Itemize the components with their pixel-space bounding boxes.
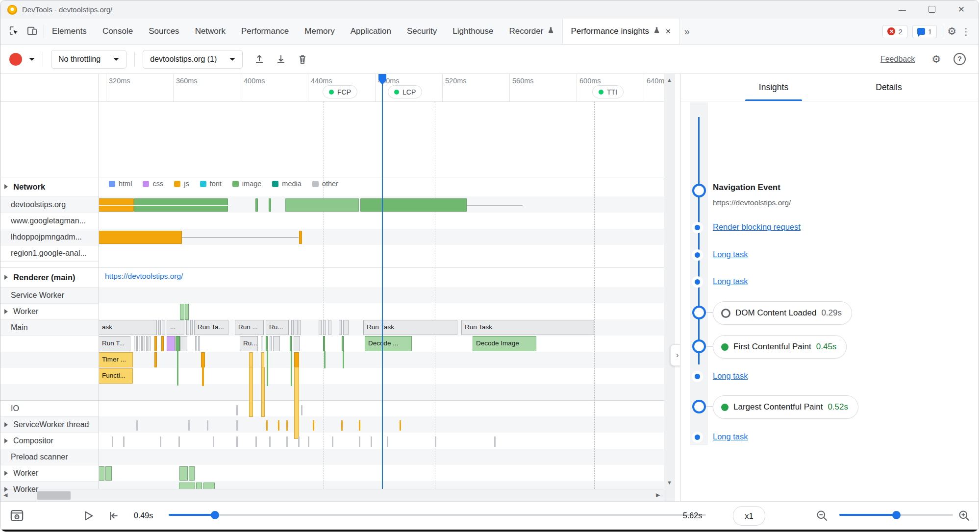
insight-link[interactable]: Render blocking request [713, 222, 801, 232]
sidebar-track-worker[interactable]: Worker [0, 303, 98, 319]
activity-mark[interactable] [313, 420, 314, 431]
task-bar[interactable]: Run Ta... [194, 320, 228, 335]
renderer-page-link[interactable]: https://devtoolstips.org/ [105, 272, 183, 281]
insight-link[interactable]: Long task [713, 432, 748, 441]
panel-settings-gear-icon[interactable]: ⚙ [931, 53, 941, 65]
task-bar[interactable] [146, 336, 148, 351]
activity-mark[interactable] [266, 420, 268, 431]
marker-badge-lcp[interactable]: LCP [388, 85, 422, 98]
insight-link[interactable]: Long task [713, 250, 748, 259]
task-bar[interactable] [144, 336, 145, 351]
task-bar[interactable]: Ru... [266, 320, 289, 335]
activity-mark[interactable] [207, 420, 208, 431]
task-bar[interactable] [190, 320, 193, 335]
metric-pill[interactable]: Largest Contentful Paint0.52s [713, 395, 858, 419]
sidebar-track-compositor[interactable]: Compositor [0, 433, 98, 449]
task-bar[interactable] [158, 320, 161, 335]
tab-network[interactable]: Network [187, 19, 233, 44]
task-bar[interactable]: Run Task [461, 320, 594, 335]
tab-security[interactable]: Security [399, 19, 445, 44]
task-bar[interactable] [343, 320, 349, 335]
task-bar[interactable] [134, 336, 135, 351]
task-bar[interactable] [323, 336, 325, 351]
console-messages-badge[interactable]: 1 [912, 25, 937, 38]
task-bar[interactable]: Decode Image [473, 336, 536, 351]
metric-pill[interactable]: First Contentful Paint0.45s [713, 335, 847, 359]
inspect-element-icon[interactable] [8, 25, 20, 38]
task-bar[interactable]: Decode ... [365, 336, 412, 351]
main-menu-icon[interactable]: ⋮ [961, 26, 971, 37]
network-request-bar[interactable] [299, 231, 302, 244]
task-bar[interactable] [291, 320, 294, 335]
task-bar[interactable] [198, 336, 200, 351]
activity-mark[interactable] [359, 436, 360, 447]
tab-console[interactable]: Console [95, 19, 141, 44]
network-request-bar[interactable] [255, 198, 258, 212]
marker-badge-fcp[interactable]: FCP [323, 85, 357, 98]
activity-mark[interactable] [136, 420, 138, 431]
task-bar[interactable] [273, 336, 280, 351]
task-bar[interactable] [167, 336, 175, 351]
task-bar[interactable] [261, 352, 264, 367]
worker-activity-block[interactable] [180, 304, 184, 320]
sidebar-track-region1-google-anal-[interactable]: region1.google-anal... [0, 245, 98, 261]
activity-mark[interactable] [123, 436, 125, 447]
task-bar[interactable]: Timer ... [99, 352, 133, 367]
sidebar-track-preload-scanner[interactable]: Preload scanner [0, 449, 98, 465]
worker-activity-block[interactable] [179, 466, 188, 481]
tab-memory[interactable]: Memory [297, 19, 342, 44]
scroll-down-icon[interactable]: ▼ [667, 480, 672, 485]
activity-mark[interactable] [400, 420, 401, 431]
sidebar-track-main[interactable]: Main [0, 319, 98, 336]
task-bar[interactable]: ask [99, 320, 157, 335]
maximize-button[interactable] [929, 6, 935, 14]
tab-details[interactable]: Details [876, 74, 902, 101]
sidebar-track-www-googletagman-[interactable]: www.googletagman... [0, 213, 98, 229]
activity-mark[interactable] [112, 436, 113, 447]
activity-mark[interactable] [341, 420, 343, 431]
activity-mark[interactable] [236, 405, 238, 415]
expand-panel-handle[interactable]: › [670, 344, 680, 366]
task-bar[interactable] [136, 336, 138, 351]
activity-mark[interactable] [178, 436, 180, 447]
task-bar[interactable] [186, 320, 189, 335]
network-request-bar[interactable] [269, 198, 271, 212]
task-bar[interactable]: Run ... [235, 320, 264, 335]
close-tab-icon[interactable]: ✕ [665, 27, 671, 35]
task-bar[interactable] [339, 320, 342, 335]
task-bar[interactable] [180, 336, 187, 351]
time-slider-track[interactable] [169, 514, 706, 516]
task-bar[interactable] [342, 336, 344, 351]
screenshot-preview-icon[interactable] [9, 508, 25, 523]
task-bar[interactable]: Run Task [363, 320, 457, 335]
sidebar-track-renderer-main-[interactable]: Renderer (main) [0, 267, 98, 287]
task-bar[interactable] [161, 336, 164, 351]
task-bar[interactable] [294, 352, 299, 367]
close-button[interactable]: ✕ [958, 5, 965, 14]
tab-elements[interactable]: Elements [44, 19, 95, 44]
metric-pill[interactable]: DOM Content Loaded0.29s [713, 301, 852, 325]
console-errors-badge[interactable]: ✕ 2 [882, 25, 907, 38]
activity-mark[interactable] [213, 436, 214, 447]
task-bar[interactable] [162, 320, 165, 335]
task-bar[interactable] [270, 336, 272, 351]
activity-mark[interactable] [286, 420, 288, 431]
tab-lighthouse[interactable]: Lighthouse [445, 19, 501, 44]
tab-sources[interactable]: Sources [141, 19, 187, 44]
task-bar[interactable] [141, 336, 143, 351]
activity-mark[interactable] [387, 436, 388, 447]
help-icon[interactable]: ? [954, 53, 966, 65]
activity-mark[interactable] [255, 436, 257, 447]
task-bar[interactable] [195, 336, 197, 351]
network-request-bar[interactable] [285, 198, 359, 212]
scroll-right-icon[interactable]: ▶ [656, 492, 660, 498]
more-tabs-button[interactable]: » [679, 26, 695, 37]
task-bar[interactable] [149, 336, 151, 351]
activity-mark[interactable] [494, 436, 496, 447]
task-bar[interactable] [176, 336, 180, 351]
tab-performance[interactable]: Performance [233, 19, 297, 44]
activity-mark[interactable] [301, 405, 302, 415]
sidebar-track-io[interactable]: IO [0, 400, 98, 416]
activity-mark[interactable] [236, 420, 238, 431]
tab-performance-insights[interactable]: Performance insights✕ [562, 19, 679, 44]
